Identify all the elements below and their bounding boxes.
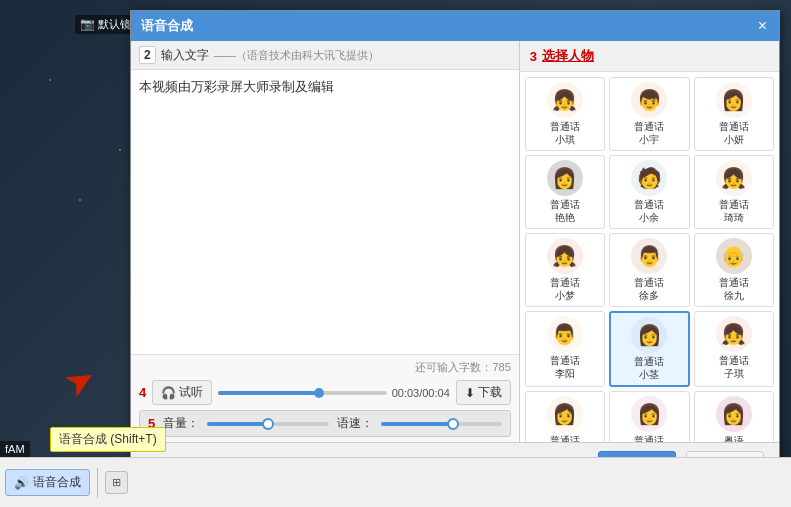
voice-item-yanyan[interactable]: 👩普通话 艳艳: [525, 155, 605, 229]
voice-item-xiaofang[interactable]: 👩普通话 小芳: [525, 391, 605, 442]
volume-fill: [207, 422, 268, 426]
select-person-label: 选择人物: [542, 47, 594, 65]
volume-label: 音量：: [163, 415, 199, 432]
voice-name-xiaoyan: 普通话 小妍: [719, 120, 749, 146]
voice-avatar-xujiu: 👴: [716, 238, 752, 274]
voice-avatar-xiaoyu2: 🧑: [631, 160, 667, 196]
voice-avatar-yanyan: 👩: [547, 160, 583, 196]
volume-slider[interactable]: [207, 422, 328, 426]
voice-avatar-qiqi: 👧: [716, 160, 752, 196]
voice-name-xuduo: 普通话 徐多: [634, 276, 664, 302]
bottom-bar: 还可输入字数：785 4 🎧 试听 00:03/00:04: [131, 354, 519, 442]
voice-item-xiaoyu[interactable]: 👦普通话 小宇: [609, 77, 689, 151]
tooltip: 语音合成 (Shift+T): [50, 427, 166, 452]
dialog-title: 语音合成: [141, 17, 193, 35]
voice-name-xiaomeng: 普通话 小梦: [550, 276, 580, 302]
close-button[interactable]: ×: [756, 18, 769, 34]
progress-container: 00:03/00:04: [218, 387, 450, 399]
voice-synth-icon: 🔊: [14, 476, 29, 490]
voice-name-liyang: 普通话 李阳: [550, 354, 580, 380]
voice-avatar-ziqian: 👧: [716, 316, 752, 352]
voice-item-meimei[interactable]: 👩粤语 梅梅: [694, 391, 774, 442]
progress-thumb: [314, 388, 324, 398]
left-panel: 2 输入文字 ——（语音技术由科大讯飞提供） 还可输入字数：785 4 🎧 试听: [131, 41, 520, 442]
playback-row: 4 🎧 试听 00:03/00:04 ⬇ 下载: [139, 380, 511, 405]
taskbar-small-icon1: ⊞: [112, 476, 121, 489]
voice-avatar-xiaoyan: 👩: [716, 82, 752, 118]
voice-name-yanyan: 普通话 艳艳: [550, 198, 580, 224]
text-input[interactable]: [139, 78, 511, 346]
headphone-icon: 🎧: [161, 386, 176, 400]
voice-item-xiaoyu2[interactable]: 🧑普通话 小余: [609, 155, 689, 229]
listen-button[interactable]: 🎧 试听: [152, 380, 212, 405]
voice-avatar-xuduo: 👨: [631, 238, 667, 274]
voice-item-ziqian[interactable]: 👧普通话 子琪: [694, 311, 774, 387]
progress-bar[interactable]: [218, 391, 386, 395]
voice-name-qiqi: 普通话 琦琦: [719, 198, 749, 224]
download-icon: ⬇: [465, 386, 475, 400]
voice-name-xiaoyu: 普通话 小宇: [634, 120, 664, 146]
taskbar-small-btn1[interactable]: ⊞: [105, 471, 128, 494]
voice-item-liyang[interactable]: 👨普通话 李阳: [525, 311, 605, 387]
voice-name-xiaoling: 普通话 小茎: [634, 355, 664, 381]
voice-avatar-xiaofang: 👩: [547, 396, 583, 432]
voice-item-xiaoyan[interactable]: 👩普通话 小妍: [694, 77, 774, 151]
voice-item-xujiu[interactable]: 👴普通话 徐九: [694, 233, 774, 307]
voice-item-xuduo[interactable]: 👨普通话 徐多: [609, 233, 689, 307]
speed-label: 语速：: [337, 415, 373, 432]
input-label: 输入文字: [161, 47, 209, 64]
voice-avatar-xiaoyu: 👦: [631, 82, 667, 118]
voice-item-xiaoling[interactable]: 👩普通话 小茎: [609, 311, 689, 387]
char-count: 还可输入字数：785: [139, 360, 511, 375]
voice-name-xujiu: 普通话 徐九: [719, 276, 749, 302]
speed-slider[interactable]: [381, 422, 502, 426]
voice-avatar-liyang: 👨: [547, 316, 583, 352]
voice-avatar-xiaoling: 👩: [631, 317, 667, 353]
progress-fill: [218, 391, 319, 395]
voice-item-qiqi[interactable]: 👧普通话 琦琦: [694, 155, 774, 229]
voice-avatar-meimei: 👩: [716, 396, 752, 432]
taskbar: 🔊 语音合成 ⊞: [0, 457, 791, 507]
speed-fill: [381, 422, 454, 426]
voice-name-mengfu: 普通话 梦浮: [634, 434, 664, 442]
voice-item-xiaomeng[interactable]: 👧普通话 小梦: [525, 233, 605, 307]
voice-avatar-xiaoqi: 👧: [547, 82, 583, 118]
dialog-body: 2 输入文字 ——（语音技术由科大讯飞提供） 还可输入字数：785 4 🎧 试听: [131, 41, 779, 442]
text-input-area: [131, 70, 519, 354]
speed-thumb: [447, 418, 459, 430]
volume-thumb: [262, 418, 274, 430]
voice-synthesis-dialog: 语音合成 × 2 输入文字 ——（语音技术由科大讯飞提供） 还可输入字数：785…: [130, 10, 780, 490]
input-hint: ——（语音技术由科大讯飞提供）: [214, 48, 379, 63]
voice-name-xiaoqi: 普通话 小琪: [550, 120, 580, 146]
right-panel-header: 3 选择人物: [520, 41, 779, 72]
step2-badge: 2: [139, 46, 156, 64]
taskbar-separator: [97, 468, 98, 498]
taskbar-voice-label: 语音合成: [33, 474, 81, 491]
voice-avatar-mengfu: 👩: [631, 396, 667, 432]
taskbar-voice-synth[interactable]: 🔊 语音合成: [5, 469, 90, 496]
dialog-titlebar: 语音合成 ×: [131, 11, 779, 41]
download-button[interactable]: ⬇ 下载: [456, 380, 511, 405]
fam-label: fAM: [0, 441, 30, 457]
voice-name-meimei: 粤语 梅梅: [724, 434, 744, 442]
voice-item-xiaoqi[interactable]: 👧普通话 小琪: [525, 77, 605, 151]
step3-badge: 3: [530, 49, 537, 64]
volume-speed-row: 5 音量： 语速：: [139, 410, 511, 437]
camera-icon: 📷: [80, 17, 95, 31]
voice-name-ziqian: 普通话 子琪: [719, 354, 749, 380]
voice-name-xiaofang: 普通话 小芳: [550, 434, 580, 442]
voice-grid: 👧普通话 小琪👦普通话 小宇👩普通话 小妍👩普通话 艳艳🧑普通话 小余👧普通话 …: [520, 72, 779, 442]
time-label: 00:03/00:04: [392, 387, 450, 399]
voice-name-xiaoyu2: 普通话 小余: [634, 198, 664, 224]
input-area-header: 2 输入文字 ——（语音技术由科大讯飞提供）: [131, 41, 519, 70]
step4-badge: 4: [139, 385, 146, 400]
right-panel: 3 选择人物 👧普通话 小琪👦普通话 小宇👩普通话 小妍👩普通话 艳艳🧑普通话 …: [520, 41, 779, 442]
voice-item-mengfu[interactable]: 👩普通话 梦浮: [609, 391, 689, 442]
voice-avatar-xiaomeng: 👧: [547, 238, 583, 274]
